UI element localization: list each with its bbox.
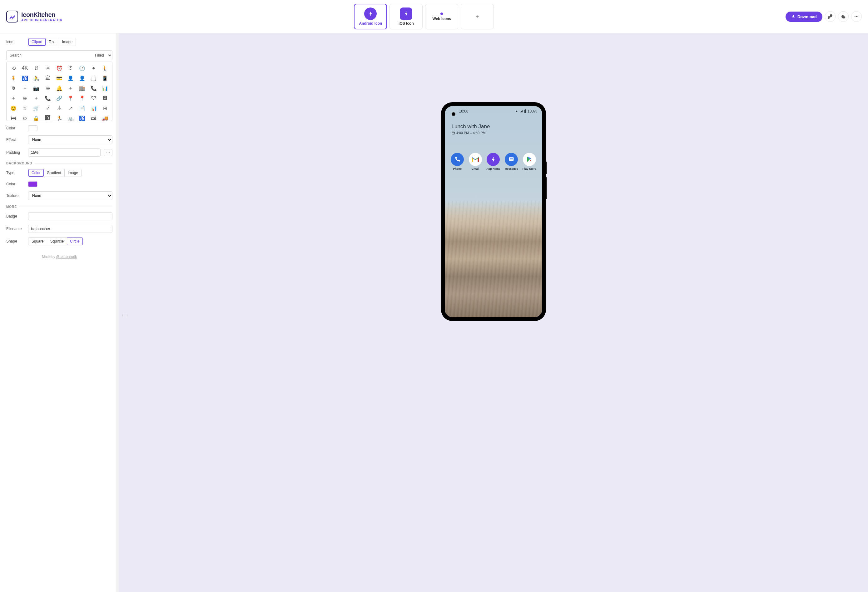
shape-label: Shape xyxy=(6,239,25,243)
clipart-item[interactable]: ● xyxy=(89,64,99,73)
clipart-item[interactable]: 📞 xyxy=(89,84,99,93)
texture-select[interactable]: None xyxy=(28,191,112,200)
clipart-item[interactable]: 📞 xyxy=(43,94,53,102)
calendar-widget: Lunch with Jane 4:00 PM – 4:30 PM xyxy=(452,123,490,135)
clipart-item[interactable]: ⏱ xyxy=(66,64,75,73)
clipart-item[interactable]: 🚚 xyxy=(100,114,110,121)
badge-input[interactable] xyxy=(28,212,112,221)
clipart-item[interactable]: 🏛 xyxy=(43,74,53,83)
more-header: MORE xyxy=(6,205,112,209)
clipart-item[interactable]: ⟲ xyxy=(9,64,18,73)
clipart-item[interactable]: 💳 xyxy=(55,74,64,83)
bg-color-label: Color xyxy=(6,182,25,186)
clipart-item[interactable]: 👤 xyxy=(66,74,75,83)
phone-side-button xyxy=(546,161,547,174)
clipart-item[interactable]: 📍 xyxy=(66,94,75,102)
clipart-item[interactable]: 👤 xyxy=(77,74,87,83)
svg-point-2 xyxy=(856,16,857,17)
clipart-item[interactable]: ⊞ xyxy=(100,104,110,112)
clipart-item[interactable]: 🏬 xyxy=(77,84,87,93)
clipart-item[interactable]: 🔒 xyxy=(31,114,41,121)
clipart-item[interactable]: 📊 xyxy=(89,104,99,112)
seg-circle[interactable]: Circle xyxy=(67,238,83,245)
fg-color-swatch[interactable] xyxy=(28,125,37,131)
clipart-item[interactable]: 📱 xyxy=(100,74,110,83)
tab-add[interactable] xyxy=(461,4,494,30)
seg-square[interactable]: Square xyxy=(28,238,47,245)
clipart-item[interactable]: 🛋 xyxy=(89,114,99,121)
clipart-item[interactable]: 🛏 xyxy=(9,114,18,121)
clipart-item[interactable]: 🛡 xyxy=(89,94,99,102)
texture-label: Texture xyxy=(6,194,25,198)
bg-color-swatch[interactable] xyxy=(28,181,37,187)
clipart-item[interactable]: 🅰 xyxy=(43,114,53,121)
clipart-item[interactable]: ♿ xyxy=(77,114,87,121)
tab-web[interactable]: Web Icons xyxy=(425,4,458,30)
clipart-item[interactable]: ＋ xyxy=(31,94,41,102)
clipart-item[interactable]: ⊕ xyxy=(20,94,30,102)
clipart-item[interactable]: 🖼 xyxy=(100,94,110,102)
clipart-item[interactable]: 🔔 xyxy=(55,84,64,93)
seg-bg-color[interactable]: Color xyxy=(28,169,44,177)
seg-text[interactable]: Text xyxy=(46,38,59,46)
clipart-item[interactable]: 🚶 xyxy=(100,64,110,73)
clipart-item[interactable]: ⇵ xyxy=(31,64,41,73)
clipart-item[interactable]: ⊕ xyxy=(43,84,53,93)
more-button[interactable] xyxy=(851,11,862,22)
clipart-item[interactable]: 4K xyxy=(20,64,30,73)
theme-button[interactable] xyxy=(838,11,849,22)
clipart-item[interactable]: ＋ xyxy=(66,84,75,93)
shape-segment: Square Squircle Circle xyxy=(28,237,83,246)
download-button[interactable]: Download xyxy=(785,12,822,22)
author-link[interactable]: @romannurik xyxy=(56,255,77,259)
seg-bg-image[interactable]: Image xyxy=(64,169,81,177)
clipart-item[interactable]: ✳ xyxy=(43,64,53,73)
effect-select[interactable]: None xyxy=(28,135,112,144)
clipart-item[interactable]: ＋ xyxy=(9,94,18,102)
clipart-item[interactable]: ⏰ xyxy=(55,64,64,73)
clipart-item[interactable]: 🖱 xyxy=(9,84,18,93)
clipart-item[interactable]: ⬚ xyxy=(89,74,99,83)
clipart-item[interactable]: 🧍 xyxy=(9,74,18,83)
drag-handle-icon[interactable]: ⋮⋮ xyxy=(121,313,129,318)
search-input[interactable] xyxy=(7,51,91,60)
seg-squircle[interactable]: Squircle xyxy=(47,238,67,245)
clipart-grid[interactable]: ⟲4K⇵✳⏰⏱🕐●🚶🧍♿🚴🏛💳👤👤⬚📱🖱＋📷⊕🔔＋🏬📞📊＋⊕＋📞🔗📍📍🛡🖼😊⎌🛒… xyxy=(6,62,112,121)
clipart-item[interactable]: 📷 xyxy=(31,84,41,93)
clipart-item[interactable]: ⚠ xyxy=(55,104,64,112)
clipart-item[interactable]: 😊 xyxy=(9,104,18,112)
seg-clipart[interactable]: Clipart xyxy=(28,38,46,46)
clipart-item[interactable]: 🚴 xyxy=(31,74,41,83)
tab-android[interactable]: Android Icon xyxy=(354,4,387,30)
clipart-item[interactable]: 🏃 xyxy=(55,114,64,121)
link-button[interactable] xyxy=(825,11,836,22)
clipart-item[interactable]: ♿ xyxy=(20,74,30,83)
padding-more-button[interactable]: ⋯ xyxy=(104,149,112,156)
app-row: PhoneGmailApp NameMessagesPlay Store xyxy=(445,153,542,170)
style-select[interactable]: Filled xyxy=(91,50,112,60)
clipart-item[interactable]: ↗ xyxy=(66,104,75,112)
seg-bg-gradient[interactable]: Gradient xyxy=(44,169,64,177)
dot-icon xyxy=(440,12,443,15)
app-label: Messages xyxy=(505,167,518,170)
clipart-item[interactable]: 📊 xyxy=(100,84,110,93)
logo[interactable]: IconKitchen APP ICON GENERATOR xyxy=(6,10,62,22)
clipart-item[interactable]: 🛒 xyxy=(31,104,41,112)
clipart-item[interactable]: 📍 xyxy=(77,94,87,102)
filename-input[interactable] xyxy=(28,225,112,233)
app-app-name: App Name xyxy=(484,153,502,170)
clipart-item[interactable]: 🕐 xyxy=(77,64,87,73)
clipart-item[interactable]: ⎌ xyxy=(20,104,30,112)
clipart-item[interactable]: ＋ xyxy=(20,84,30,93)
tab-ios[interactable]: iOS Icon xyxy=(390,4,422,30)
clipart-item[interactable]: 🔗 xyxy=(55,94,64,102)
clipart-item[interactable]: ⊙ xyxy=(20,114,30,121)
clipart-item[interactable]: 🚲 xyxy=(66,114,75,121)
padding-input[interactable] xyxy=(28,148,100,157)
padding-label: Padding xyxy=(6,150,25,155)
wifi-icon xyxy=(515,110,518,113)
app-label: Gmail xyxy=(471,167,479,170)
clipart-item[interactable]: 📄 xyxy=(77,104,87,112)
seg-image[interactable]: Image xyxy=(59,38,75,46)
clipart-item[interactable]: ✓ xyxy=(43,104,53,112)
